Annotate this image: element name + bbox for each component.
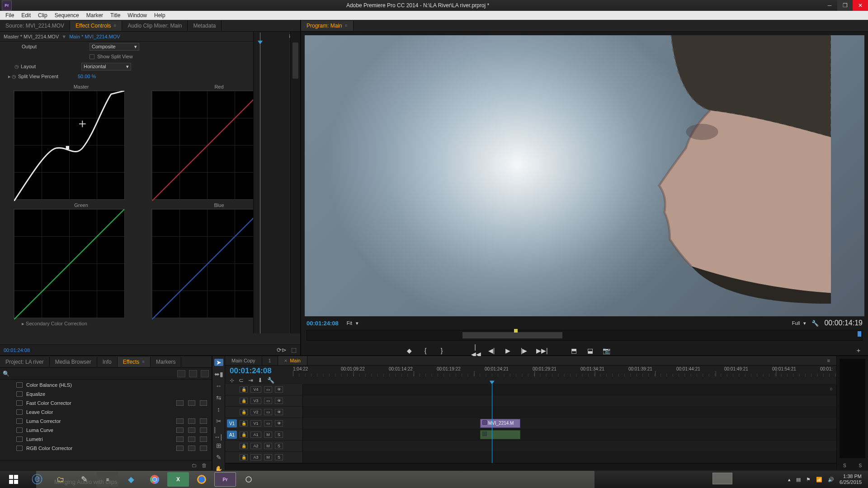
menu-marker[interactable]: Marker: [83, 11, 107, 19]
out-point-icon[interactable]: [858, 331, 861, 337]
track-lock-icon[interactable]: 🔒: [240, 420, 248, 427]
curve-green[interactable]: [14, 209, 125, 318]
add-marker-icon[interactable]: ⇥: [248, 377, 253, 384]
track-lock-icon[interactable]: 🔒: [240, 454, 248, 460]
menu-file[interactable]: File: [2, 11, 18, 19]
expand-icon[interactable]: ▸: [8, 74, 11, 80]
layout-dropdown[interactable]: Horizontal▾: [81, 63, 131, 70]
razor-tool[interactable]: ✂: [214, 418, 223, 425]
taskbar-app-icon[interactable]: ◆: [120, 472, 142, 487]
export-frame-button[interactable]: 📷: [602, 347, 610, 354]
mark-in-button[interactable]: {: [421, 347, 429, 354]
curve-master[interactable]: [14, 90, 125, 200]
step-back-button[interactable]: ◀|: [487, 347, 495, 354]
stopwatch-icon[interactable]: ◷: [14, 64, 19, 70]
track-select-tool[interactable]: ⬌▮: [214, 371, 223, 378]
tray-volume-icon[interactable]: 🔊: [828, 477, 834, 483]
taskbar-chrome-icon[interactable]: [144, 472, 165, 487]
track-row[interactable]: MVI_2214.M: [303, 418, 836, 429]
menu-clip[interactable]: Clip: [34, 11, 51, 19]
tab-media-browser[interactable]: Media Browser: [50, 357, 97, 367]
step-forward-button[interactable]: |▶: [520, 347, 528, 354]
loop-icon[interactable]: ⟳⊳: [277, 347, 287, 353]
tab-audio-clip-mixer[interactable]: Audio Clip Mixer: Main: [122, 21, 188, 31]
effects-list[interactable]: Color Balance (HLS)EqualizeFast Color Co…: [0, 380, 212, 460]
track-row[interactable]: [303, 429, 836, 441]
track-source-patch[interactable]: [227, 408, 237, 416]
track-header[interactable]: 🔒A2MS: [225, 441, 302, 452]
timeline-settings-icon[interactable]: ⬇: [258, 377, 263, 384]
filter-32bit-icon[interactable]: [189, 370, 197, 377]
audio-meters[interactable]: [840, 359, 865, 458]
tab-program[interactable]: Program: Main≡: [301, 21, 354, 31]
track-label[interactable]: A2: [250, 443, 261, 449]
track-header[interactable]: 🔒V2▭👁: [225, 407, 302, 418]
track-mute-button[interactable]: M: [264, 432, 272, 438]
track-source-patch[interactable]: [227, 385, 237, 394]
track-header[interactable]: V1🔒V1▭👁: [225, 418, 302, 429]
track-eye-icon[interactable]: 👁: [275, 420, 283, 427]
tab-source[interactable]: Source: MVI_2214.MOV: [0, 21, 70, 31]
add-marker-button[interactable]: ◆: [405, 347, 413, 354]
effect-item[interactable]: Color Balance (HLS): [0, 380, 212, 389]
tray-arrow-icon[interactable]: ▴: [788, 477, 791, 483]
menu-sequence[interactable]: Sequence: [51, 11, 83, 19]
track-row[interactable]: [303, 384, 836, 395]
effect-item[interactable]: Luma Corrector: [0, 417, 212, 426]
track-header[interactable]: 🔒V4▭👁: [225, 384, 302, 395]
effect-item[interactable]: RGB Color Corrector: [0, 444, 212, 453]
rolling-edit-tool[interactable]: ⇆: [214, 394, 223, 401]
resolution-dropdown[interactable]: Full▾: [792, 320, 807, 326]
track-source-patch[interactable]: [227, 442, 237, 450]
tab-effects[interactable]: Effects≡: [118, 357, 151, 367]
tab-markers[interactable]: Markers: [151, 357, 181, 367]
track-lock-icon[interactable]: 🔒: [240, 398, 248, 404]
work-area-bar[interactable]: [462, 332, 562, 338]
timeline-timecode[interactable]: 00:01:24:08: [225, 366, 293, 375]
track-row[interactable]: [303, 441, 836, 452]
track-label[interactable]: V4: [250, 386, 261, 393]
export-frame-icon[interactable]: ⬚: [291, 347, 297, 353]
effects-search-input[interactable]: [13, 371, 174, 376]
track-label[interactable]: A1: [250, 432, 261, 438]
split-view-checkbox[interactable]: [90, 54, 94, 59]
effect-item[interactable]: Lumetri: [0, 435, 212, 444]
timeline-ruler[interactable]: 1:04:2200:01:09:2200:01:14:2200:01:19:22…: [293, 366, 836, 376]
linked-selection-icon[interactable]: ⊂: [239, 377, 244, 384]
taskbar-premiere-icon[interactable]: Pr: [214, 472, 236, 487]
track-mute-button[interactable]: M: [264, 454, 272, 460]
master-clip-label[interactable]: Master * MVI_2214.MOV: [4, 34, 59, 39]
solo-label[interactable]: S: [843, 463, 846, 468]
timeline-playhead[interactable]: [492, 384, 492, 463]
tab-info[interactable]: Info: [97, 357, 118, 367]
curve-blue[interactable]: [151, 209, 263, 318]
effect-item[interactable]: Fast Color Corrector: [0, 399, 212, 408]
curve-red[interactable]: [151, 90, 263, 200]
pen-tool[interactable]: ✎: [214, 454, 223, 461]
ec-scrollbar[interactable]: [290, 32, 300, 333]
menu-title[interactable]: Title: [107, 11, 124, 19]
track-source-patch[interactable]: V1: [227, 419, 237, 427]
panel-menu-icon[interactable]: ≡: [345, 23, 348, 28]
program-video[interactable]: [305, 35, 864, 316]
track-label[interactable]: V2: [250, 409, 261, 415]
close-icon[interactable]: ×: [284, 358, 287, 363]
track-label[interactable]: V1: [250, 420, 261, 427]
wrench-icon[interactable]: 🔧: [267, 377, 274, 384]
track-solo-button[interactable]: S: [275, 454, 283, 460]
track-sync-icon[interactable]: ▭: [264, 398, 272, 404]
output-dropdown[interactable]: Composite▾: [90, 43, 139, 51]
ec-footer-timecode[interactable]: 00:01:24:08: [4, 347, 30, 353]
track-header[interactable]: A1🔒A1MS: [225, 429, 302, 441]
track-lock-icon[interactable]: 🔒: [240, 409, 248, 415]
play-button[interactable]: ▶: [504, 347, 512, 354]
track-label[interactable]: V3: [250, 398, 261, 404]
timeline-scrollbar[interactable]: [225, 463, 836, 470]
track-source-patch[interactable]: [227, 397, 237, 405]
timeline-clip-video[interactable]: MVI_2214.M: [480, 419, 521, 428]
menubar[interactable]: File Edit Clip Sequence Marker Title Win…: [0, 11, 868, 20]
windows-taskbar[interactable]: ⓔ 🗂 ✎ ≡ ◆ X Pr Merging Audio with clips …: [0, 471, 868, 488]
start-button[interactable]: [3, 472, 24, 487]
menu-help[interactable]: Help: [151, 11, 169, 19]
lift-button[interactable]: ⬒: [570, 347, 578, 354]
